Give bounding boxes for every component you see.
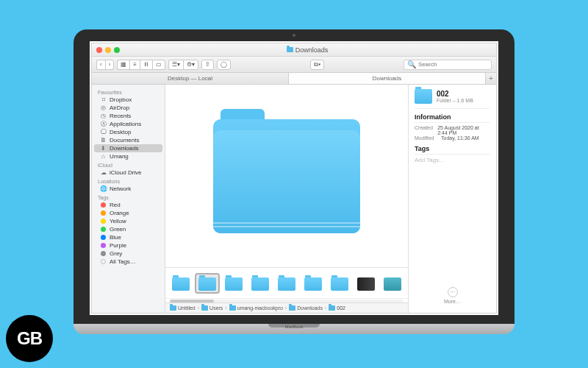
sidebar-item-label: iCloud Drive	[110, 169, 142, 176]
sidebar-item-label: Grey	[110, 250, 122, 257]
thumbnail[interactable]	[329, 275, 351, 292]
sidebar-item-icloud-drive[interactable]: ☁iCloud Drive	[94, 169, 162, 177]
folder-icon	[170, 305, 176, 311]
arrange-group: ☰▾ ⚙▾	[168, 60, 198, 70]
sidebar-item-desktop[interactable]: 🖵Desktop	[94, 128, 162, 136]
horizontal-scrollbar[interactable]	[165, 298, 408, 302]
thumbnail[interactable]	[249, 275, 271, 292]
section-label: Locations	[92, 177, 165, 185]
new-tab-button[interactable]: +	[486, 73, 496, 84]
info-created-label: Created	[415, 125, 434, 135]
dropbox-toolbar-button[interactable]: ⧉▾	[310, 60, 324, 70]
search-input[interactable]	[418, 61, 495, 68]
thumbnail[interactable]	[302, 275, 324, 292]
sidebar-item-grey[interactable]: Grey	[94, 250, 162, 258]
sidebar-item-downloads[interactable]: ⬇Downloads	[94, 144, 162, 152]
path-crumb[interactable]: Users	[201, 305, 223, 311]
folder-icon	[289, 305, 295, 311]
scroll-thumb[interactable]	[170, 300, 214, 302]
thumbnail[interactable]	[170, 275, 192, 292]
tab-downloads[interactable]: Downloads	[289, 73, 486, 84]
close-icon[interactable]	[96, 47, 102, 53]
action-button[interactable]: ⚙▾	[183, 60, 198, 70]
sidebar-item-red[interactable]: Red	[94, 201, 162, 209]
sidebar: Favourites⌑Dropbox◎AirDrop◷RecentsⒶAppli…	[92, 85, 165, 313]
sidebar-item-label: Blue	[110, 234, 121, 241]
thumbnail[interactable]	[381, 275, 404, 292]
sidebar-item-label: Recents	[110, 113, 131, 119]
camera-dot	[293, 34, 295, 37]
path-crumb[interactable]: Downloads	[289, 305, 323, 311]
path-crumb[interactable]: umang-macbookpro	[229, 305, 283, 311]
thumbnail[interactable]	[196, 275, 218, 292]
sidebar-item-dropbox[interactable]: ⌑Dropbox	[94, 96, 162, 104]
sidebar-item-label: Downloads	[110, 145, 139, 152]
desktop-icon: 🖵	[100, 129, 107, 135]
folder-icon	[225, 277, 243, 291]
forward-button[interactable]: ›	[105, 60, 115, 70]
section-label: iCloud	[92, 160, 165, 169]
search-icon: 🔍	[407, 60, 416, 68]
chevron-right-icon: ›	[225, 305, 226, 311]
sidebar-item-applications[interactable]: ⒶApplications	[94, 120, 162, 128]
macbook-frame: Downloads ‹ › ▦ ≡ ⫼ ▭ ☰▾	[74, 29, 514, 339]
window-title-text: Downloads	[295, 46, 329, 54]
sidebar-item-airdrop[interactable]: ◎AirDrop	[94, 104, 162, 112]
airdrop-icon: ◎	[100, 105, 107, 111]
sidebar-item-network[interactable]: 🌐Network	[94, 185, 162, 193]
nav-group: ‹ ›	[96, 60, 114, 70]
tab-desktop[interactable]: Desktop — Local	[92, 73, 289, 84]
info-panel: 002 Folder – 1.6 MB Information Created …	[408, 85, 496, 313]
zoom-icon[interactable]	[114, 47, 120, 53]
tag-dot-icon	[100, 250, 107, 257]
back-button[interactable]: ‹	[96, 60, 105, 70]
tags-input[interactable]: Add Tags…	[415, 157, 490, 163]
sidebar-item-label: AirDrop	[110, 105, 129, 111]
minimize-icon[interactable]	[105, 47, 111, 53]
info-more[interactable]: ⋯ More…	[415, 283, 490, 308]
sidebar-item-label: Red	[110, 202, 121, 208]
path-crumb[interactable]: Untitled	[170, 305, 196, 311]
sidebar-item-green[interactable]: Green	[94, 225, 162, 233]
window-body: Favourites⌑Dropbox◎AirDrop◷RecentsⒶAppli…	[92, 85, 496, 313]
sidebar-item-umang[interactable]: ⌂Umang	[94, 152, 162, 160]
list-view-button[interactable]: ≡	[129, 60, 140, 70]
section-label: Tags	[92, 193, 165, 201]
sidebar-item-label: Network	[110, 185, 131, 192]
column-view-button[interactable]: ⫼	[140, 60, 152, 70]
gallery-view-button[interactable]: ▭	[152, 60, 165, 70]
sidebar-item-purple[interactable]: Purple	[94, 241, 162, 250]
tags-button[interactable]: ◯	[217, 60, 231, 70]
clock-icon: ◷	[100, 113, 107, 119]
preview-area	[165, 85, 408, 267]
tag-dot-icon	[100, 210, 107, 216]
share-button[interactable]: ⇧	[201, 60, 214, 70]
arrange-button[interactable]: ☰▾	[168, 60, 183, 70]
more-icon: ⋯	[448, 287, 458, 297]
thumbnail[interactable]	[276, 275, 298, 292]
sidebar-item-orange[interactable]: Orange	[94, 209, 162, 217]
info-modified-value: Today, 11:36 AM	[441, 135, 479, 141]
sidebar-item-documents[interactable]: 🗎Documents	[94, 136, 162, 144]
search-field[interactable]: 🔍	[404, 60, 492, 70]
sidebar-item-label: Purple	[110, 242, 126, 249]
info-information: Information Created 25 August 2020 at 2:…	[415, 113, 490, 141]
sidebar-item-blue[interactable]: Blue	[94, 233, 162, 241]
thumbnail[interactable]	[355, 275, 377, 292]
thumbnail[interactable]	[223, 275, 245, 292]
view-group: ▦ ≡ ⫼ ▭	[117, 60, 165, 70]
macbook-base	[74, 324, 514, 334]
sidebar-item-all-tags-[interactable]: All Tags…	[94, 258, 162, 266]
more-label: More…	[444, 299, 461, 304]
folder-icon	[278, 277, 295, 291]
window-title: Downloads	[123, 46, 492, 54]
info-kind: Folder – 1.6 MB	[437, 98, 473, 103]
sidebar-item-recents[interactable]: ◷Recents	[94, 112, 162, 120]
path-crumb[interactable]: 002	[329, 305, 345, 311]
info-tags: Tags Add Tags…	[415, 145, 490, 163]
sidebar-item-yellow[interactable]: Yellow	[94, 217, 162, 225]
path-label: Users	[209, 305, 223, 311]
path-bar: Untitled›Users›umang-macbookpro›Download…	[165, 302, 408, 313]
folder-icon	[172, 277, 190, 291]
icon-view-button[interactable]: ▦	[117, 60, 129, 70]
